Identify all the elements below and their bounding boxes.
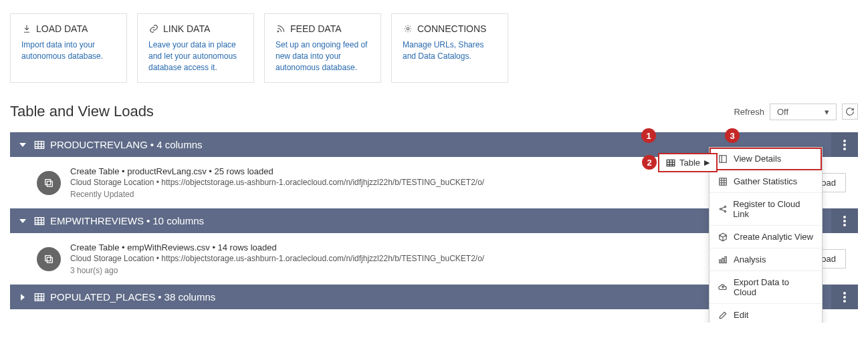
card-title-label: LOAD DATA: [36, 23, 88, 34]
chevron-down-icon: ▾: [825, 107, 829, 117]
chevron-right-icon: [19, 294, 27, 301]
table-columns: 4 columns: [156, 139, 202, 150]
svg-rect-6: [47, 181, 52, 186]
card-title-label: CONNECTIONS: [417, 23, 486, 34]
pencil-icon: [718, 311, 728, 320]
refresh-value: Off: [777, 107, 788, 117]
svg-point-3: [843, 140, 846, 142]
svg-point-23: [724, 210, 726, 212]
card-desc: Manage URLs, Shares and Data Catalogs.: [403, 39, 497, 62]
kebab-menu[interactable]: [831, 285, 858, 309]
svg-rect-2: [35, 142, 43, 149]
menu-gather-statistics[interactable]: Gather Statistics: [710, 170, 822, 193]
panel-icon: [718, 154, 728, 164]
copy-icon: [37, 171, 61, 195]
cloud-upload-icon: [718, 283, 728, 292]
card-connections[interactable]: CONNECTIONS Manage URLs, Shares and Data…: [391, 13, 508, 83]
action-cards-row: LOAD DATA Import data into your autonomo…: [10, 13, 858, 83]
table-detail-line1: Create Table • empWithReviews.csv • 14 r…: [70, 242, 717, 252]
svg-point-0: [278, 31, 279, 32]
table-detail-line3: Recently Updated: [70, 190, 717, 199]
table-submenu[interactable]: Table ▶: [658, 153, 718, 172]
table-icon: [34, 140, 45, 150]
table-columns: 38 columns: [165, 291, 216, 303]
svg-point-5: [843, 148, 846, 150]
share-icon: [718, 204, 728, 214]
card-feed-data[interactable]: FEED DATA Set up an ongoing feed of new …: [264, 13, 381, 83]
annotation-1: 1: [641, 128, 656, 143]
kebab-menu[interactable]: [831, 208, 858, 233]
card-desc: Leave your data in place and let your au…: [148, 39, 243, 73]
svg-rect-14: [35, 294, 43, 301]
annotation-3: 3: [725, 128, 740, 143]
stats-icon: [718, 177, 728, 186]
card-load-data[interactable]: LOAD DATA Import data into your autonomo…: [10, 13, 127, 83]
svg-rect-18: [667, 160, 675, 166]
svg-rect-25: [722, 258, 724, 262]
menu-view-details[interactable]: View Details: [710, 148, 822, 170]
chevron-down-icon: [19, 142, 27, 148]
chevron-down-icon: [19, 218, 27, 224]
card-title-label: FEED DATA: [290, 23, 342, 34]
svg-point-4: [843, 144, 846, 146]
cube-icon: [718, 232, 728, 242]
refresh-button[interactable]: [842, 104, 858, 120]
link-icon: [148, 23, 159, 34]
svg-rect-13: [45, 256, 51, 261]
menu-export-data-cloud[interactable]: Export Data to Cloud: [710, 271, 822, 304]
svg-rect-26: [725, 256, 726, 262]
table-icon: [34, 216, 45, 226]
chart-icon: [718, 255, 728, 264]
table-detail-line2: Cloud Storage Location • https://objects…: [70, 178, 717, 187]
section-title: Table and View Loads: [10, 103, 154, 120]
table-icon: [666, 159, 675, 167]
svg-point-15: [843, 292, 846, 295]
kebab-menu[interactable]: [831, 132, 858, 157]
svg-point-11: [843, 224, 846, 226]
table-icon: [34, 293, 45, 302]
svg-rect-19: [720, 155, 727, 162]
svg-point-10: [843, 220, 846, 222]
download-icon: [21, 23, 32, 34]
gear-icon: [403, 23, 413, 34]
svg-rect-12: [47, 257, 52, 262]
feed-icon: [276, 23, 286, 34]
refresh-label: Refresh: [734, 107, 764, 117]
annotation-2: 2: [642, 155, 657, 170]
svg-point-1: [407, 27, 409, 30]
table-detail-line1: Create Table • productRevLang.csv • 25 r…: [70, 166, 717, 176]
card-title-label: LINK DATA: [163, 23, 210, 34]
card-link-data[interactable]: LINK DATA Leave your data in place and l…: [137, 13, 254, 83]
section-header: Table and View Loads Refresh Off ▾: [10, 103, 858, 120]
table-detail-line3: 3 hour(s) ago: [70, 266, 717, 275]
context-menu: View Details Gather Statistics Register …: [709, 147, 823, 323]
table-name: EMPWITHREVIEWS: [50, 215, 144, 226]
chevron-right-icon: ▶: [704, 158, 710, 167]
menu-create-analytic-view[interactable]: Create Analytic View: [710, 226, 822, 248]
svg-rect-7: [45, 180, 51, 185]
card-desc: Set up an ongoing feed of new data into …: [276, 39, 370, 73]
svg-rect-20: [720, 178, 727, 185]
table-detail-line2: Cloud Storage Location • https://objects…: [70, 254, 717, 263]
copy-icon: [37, 247, 61, 271]
svg-point-16: [843, 296, 846, 299]
svg-rect-8: [35, 218, 43, 225]
svg-point-21: [720, 208, 721, 210]
menu-register-cloud-link[interactable]: Register to Cloud Link: [710, 193, 822, 226]
card-desc: Import data into your autonomous databas…: [21, 39, 116, 62]
table-name: POPULATED_PLACES: [50, 291, 155, 303]
svg-rect-24: [720, 260, 721, 263]
svg-point-9: [843, 216, 846, 218]
menu-analysis[interactable]: Analysis: [710, 248, 822, 271]
svg-point-17: [843, 300, 846, 303]
table-name: PRODUCTREVLANG: [50, 139, 148, 150]
svg-point-22: [724, 206, 726, 207]
refresh-select[interactable]: Off ▾: [770, 104, 837, 120]
table-columns: 10 columns: [152, 215, 204, 226]
menu-edit[interactable]: Edit: [710, 304, 822, 323]
